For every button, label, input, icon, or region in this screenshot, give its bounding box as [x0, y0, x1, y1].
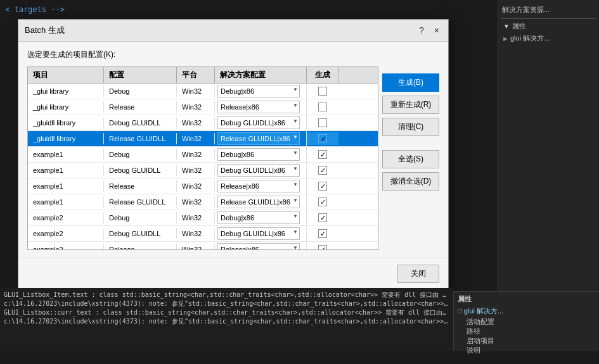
cell-project: example1 — [28, 165, 104, 176]
deselect-all-button[interactable]: 撤消全选(D) — [382, 172, 439, 191]
cell-solution[interactable]: Release GLUIDLL|x86▼ — [215, 131, 307, 146]
build-checkbox[interactable] — [318, 245, 327, 249]
cell-build[interactable] — [307, 196, 338, 208]
solution-config-select[interactable]: Release GLUIDLL|x86 — [217, 132, 300, 145]
cell-build[interactable] — [307, 148, 338, 161]
cell-config: Release — [104, 180, 177, 192]
right-panel-section: ▼ 属性 — [501, 20, 596, 32]
build-checkbox[interactable] — [318, 150, 327, 159]
cell-build[interactable] — [307, 164, 338, 177]
cell-build[interactable] — [307, 180, 338, 192]
log-line: c:\14.16.27023\include\xstring(4373): no… — [4, 317, 449, 326]
table-row[interactable]: _glui libraryDebugWin32Debug|x86▼ — [28, 84, 378, 99]
cell-config: Release GLUIDLL — [104, 196, 177, 208]
solution-config-select[interactable]: Release GLUIDLL|x86 — [217, 196, 300, 208]
solution-config-select[interactable]: Debug GLUIDLL|x86 — [217, 227, 300, 240]
cell-project: _glui library — [28, 101, 104, 113]
solution-config-select[interactable]: Release|x86 — [217, 180, 300, 192]
cell-solution[interactable]: Debug|x86▼ — [215, 210, 307, 225]
cell-solution[interactable]: Debug|x86▼ — [215, 84, 307, 99]
close-button[interactable]: 关闭 — [397, 265, 439, 283]
cell-platform: Win32 — [177, 165, 215, 176]
cell-project: example1 — [28, 196, 104, 208]
cell-platform: Win32 — [177, 228, 215, 239]
cell-build[interactable] — [307, 116, 338, 129]
build-checkbox[interactable] — [318, 182, 327, 191]
cell-solution[interactable]: Release GLUIDLL|x86▼ — [215, 194, 307, 210]
log-line: GLUI_Listbox::curr_text : class std::bas… — [4, 308, 449, 317]
cell-build[interactable] — [307, 211, 338, 224]
solution-config-select[interactable]: Debug|x86 — [217, 85, 300, 97]
cell-platform: Win32 — [177, 149, 215, 160]
solution-config-select[interactable]: Debug|x86 — [217, 211, 300, 224]
clean-button[interactable]: 清理(C) — [382, 118, 439, 136]
build-checkbox[interactable] — [318, 87, 327, 96]
cell-platform: Win32 — [177, 101, 215, 113]
cell-build[interactable] — [307, 243, 338, 249]
dialog-action-buttons: 生成(B) 重新生成(R) 清理(C) 全选(S) 撤消全选(D) — [382, 73, 439, 191]
table-row[interactable]: _glui libraryReleaseWin32Release|x86▼ — [28, 99, 378, 115]
dialog-instruction-label: 选定要生成的项目配置(K): — [27, 49, 378, 60]
build-checkbox[interactable] — [318, 134, 327, 143]
col-header-build: 生成 — [307, 67, 338, 83]
build-checkbox[interactable] — [318, 103, 327, 111]
cell-solution[interactable]: Release|x86▼ — [215, 242, 307, 249]
table-row[interactable]: example2ReleaseWin32Release|x86▼ — [28, 242, 378, 249]
property-subitem-4: 说明 — [458, 346, 595, 355]
rebuild-button[interactable]: 重新生成(R) — [382, 96, 439, 114]
log-line: GLUI_Listbox_Item.text : class std::basi… — [4, 291, 449, 299]
cell-config: Release GLUIDLL — [104, 133, 177, 144]
cell-platform: Win32 — [177, 196, 215, 208]
build-checkbox[interactable] — [318, 166, 327, 175]
cell-config: Debug — [104, 85, 177, 97]
cell-build[interactable] — [307, 85, 338, 97]
cell-solution[interactable]: Debug GLUIDLL|x86▼ — [215, 115, 307, 130]
table-row[interactable]: _gluidll libraryRelease GLUIDLLWin32Rele… — [28, 131, 378, 147]
cell-config: Debug GLUIDLL — [104, 228, 177, 239]
table-row[interactable]: example2DebugWin32Debug|x86▼ — [28, 210, 378, 226]
cell-platform: Win32 — [177, 133, 215, 144]
solution-config-select[interactable]: Debug GLUIDLL|x86 — [217, 164, 300, 177]
cell-build[interactable] — [307, 132, 338, 145]
cell-solution[interactable]: Debug GLUIDLL|x86▼ — [215, 163, 307, 178]
cell-platform: Win32 — [177, 244, 215, 249]
cell-solution[interactable]: Debug|x86▼ — [215, 147, 307, 162]
cell-solution[interactable]: Release|x86▼ — [215, 99, 307, 115]
table-row[interactable]: example2Debug GLUIDLLWin32Debug GLUIDLL|… — [28, 226, 378, 242]
cell-solution[interactable]: Release|x86▼ — [215, 179, 307, 194]
build-checkbox[interactable] — [318, 198, 327, 206]
table-row[interactable]: example1DebugWin32Debug|x86▼ — [28, 147, 378, 163]
dialog-controls: ? × — [416, 25, 442, 35]
table-row[interactable]: _gluidll libraryDebug GLUIDLLWin32Debug … — [28, 115, 378, 131]
cell-project: example2 — [28, 244, 104, 249]
build-checkbox[interactable] — [318, 118, 327, 127]
cell-solution[interactable]: Debug GLUIDLL|x86▼ — [215, 226, 307, 241]
cell-project: _glui library — [28, 85, 104, 97]
select-all-button[interactable]: 全选(S) — [382, 150, 439, 168]
build-checkbox[interactable] — [318, 213, 327, 222]
dialog-titlebar: Batch 生成 ? × — [18, 20, 448, 42]
property-subitem-3: 启动项目 — [458, 336, 595, 346]
solution-config-select[interactable]: Release|x86 — [217, 243, 300, 249]
build-button[interactable]: 生成(B) — [382, 73, 439, 92]
cell-config: Debug — [104, 149, 177, 160]
cell-build[interactable] — [307, 227, 338, 240]
log-line: c:\14.16.27023\include\xstring(4373): no… — [4, 299, 449, 308]
cell-build[interactable] — [307, 101, 338, 113]
dialog-title: Batch 生成 — [25, 25, 65, 36]
property-panel-item: □ glui 解决方... — [458, 306, 595, 316]
solution-config-select[interactable]: Debug GLUIDLL|x86 — [217, 116, 300, 129]
build-checkbox[interactable] — [318, 229, 327, 238]
right-panel-item-main: ▶ glui 解决方... — [501, 32, 596, 44]
table-row[interactable]: example1ReleaseWin32Release|x86▼ — [28, 179, 378, 194]
cell-config: Release — [104, 244, 177, 249]
help-button[interactable]: ? — [416, 25, 427, 35]
cell-config: Release — [104, 101, 177, 113]
col-header-platform: 平台 — [177, 67, 215, 83]
solution-config-select[interactable]: Release|x86 — [217, 101, 300, 113]
solution-config-select[interactable]: Debug|x86 — [217, 148, 300, 161]
batch-build-dialog: Batch 生成 ? × 选定要生成的项目配置(K): 项目 配置 平台 解决方… — [18, 19, 449, 290]
close-x-button[interactable]: × — [432, 25, 442, 35]
table-row[interactable]: example1Debug GLUIDLLWin32Debug GLUIDLL|… — [28, 163, 378, 179]
table-row[interactable]: example1Release GLUIDLLWin32Release GLUI… — [28, 194, 378, 210]
